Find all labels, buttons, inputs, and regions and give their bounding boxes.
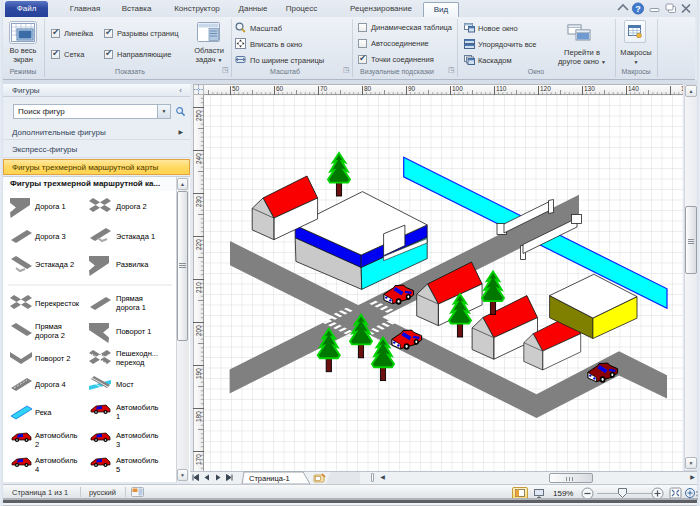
svg-text:15: 15 xyxy=(681,85,683,92)
svg-text:Дорога 4: Дорога 4 xyxy=(35,380,66,389)
svg-text:50: 50 xyxy=(232,85,240,92)
svg-text:Дорога 1: Дорога 1 xyxy=(35,202,66,211)
svg-text:переход: переход xyxy=(116,358,145,367)
svg-text:Автомобиль: Автомобиль xyxy=(116,456,159,465)
svg-text:Река: Река xyxy=(35,408,52,417)
svg-text:Автомобиль: Автомобиль xyxy=(35,431,78,440)
svg-text:200: 200 xyxy=(195,325,202,336)
svg-text:?: ? xyxy=(635,4,641,14)
svg-text:дорога 1: дорога 1 xyxy=(116,303,146,312)
svg-text:210: 210 xyxy=(195,282,202,293)
svg-text:Поворот 2: Поворот 2 xyxy=(35,354,71,363)
svg-text:230: 230 xyxy=(195,196,202,207)
svg-text:Автомобиль: Автомобиль xyxy=(116,403,159,412)
svg-text:130: 130 xyxy=(584,85,595,92)
svg-text:Развилка: Развилка xyxy=(116,260,149,269)
svg-text:4: 4 xyxy=(35,465,39,474)
svg-text:240: 240 xyxy=(195,153,202,164)
svg-text:Автомобиль: Автомобиль xyxy=(116,431,159,440)
svg-text:5: 5 xyxy=(116,465,120,474)
svg-text:Прямая: Прямая xyxy=(116,294,143,303)
svg-text:Пешеходн...: Пешеходн... xyxy=(116,349,158,358)
svg-text:140: 140 xyxy=(628,85,639,92)
svg-text:Автомобиль: Автомобиль xyxy=(35,456,78,465)
svg-text:70: 70 xyxy=(320,85,328,92)
svg-text:250: 250 xyxy=(195,110,202,121)
svg-text:100: 100 xyxy=(452,85,463,92)
svg-text:дорога 2: дорога 2 xyxy=(35,331,65,340)
svg-text:Дорога 2: Дорога 2 xyxy=(116,202,147,211)
svg-text:180: 180 xyxy=(195,411,202,422)
svg-text:80: 80 xyxy=(364,85,372,92)
svg-text:120: 120 xyxy=(540,85,551,92)
svg-text:Эстакада 1: Эстакада 1 xyxy=(116,232,155,241)
svg-text:3: 3 xyxy=(116,440,120,449)
svg-text:Мост: Мост xyxy=(116,380,134,389)
svg-text:110: 110 xyxy=(496,85,507,92)
svg-text:Страница-1: Страница-1 xyxy=(249,474,290,483)
svg-text:60: 60 xyxy=(276,85,284,92)
svg-text:Эстакада 2: Эстакада 2 xyxy=(35,260,74,269)
svg-text:Дорога 3: Дорога 3 xyxy=(35,232,66,241)
svg-text:Прямая: Прямая xyxy=(35,322,62,331)
svg-text:1: 1 xyxy=(116,412,120,421)
svg-text:220: 220 xyxy=(195,239,202,250)
svg-text:170: 170 xyxy=(195,454,202,465)
svg-text:90: 90 xyxy=(408,85,416,92)
svg-text:190: 190 xyxy=(195,368,202,379)
svg-text:Поворот 1: Поворот 1 xyxy=(116,327,152,336)
svg-text:2: 2 xyxy=(35,440,39,449)
svg-text:Перекресток: Перекресток xyxy=(35,299,80,308)
